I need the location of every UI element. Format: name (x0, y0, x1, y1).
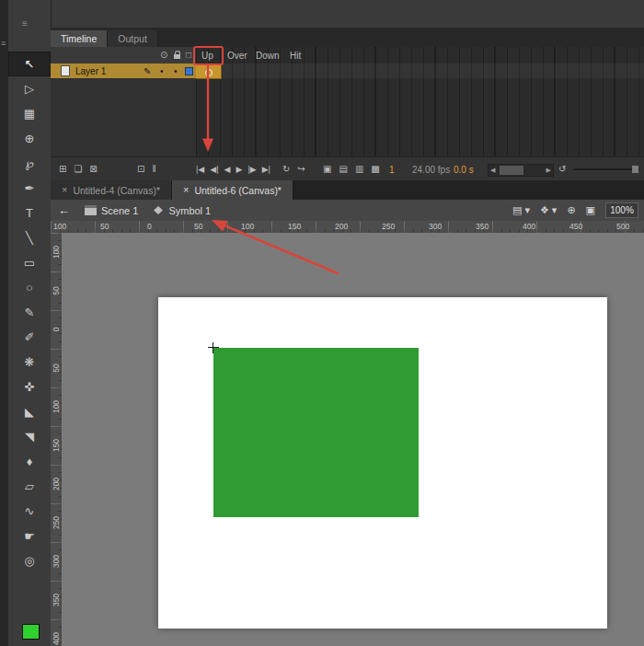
lock-column-icon[interactable] (174, 54, 180, 59)
document-tab-label: Untitled-6 (Canvas)* (194, 185, 282, 196)
green-rectangle-shape[interactable] (213, 348, 419, 517)
line-tool[interactable]: ╲ (8, 225, 51, 250)
frame-label-down[interactable]: Down (256, 51, 280, 61)
step-back-button[interactable]: ◀| (207, 157, 221, 181)
tool-icon: ▷ (25, 82, 34, 96)
pen-tool[interactable]: ✒ (8, 176, 51, 201)
fill-color-swatch[interactable] (22, 624, 40, 640)
back-arrow-icon[interactable]: ← (58, 203, 70, 217)
marker-range-button[interactable]: ↪ (293, 157, 308, 181)
tools-panel-menu-icon[interactable]: ≡ (22, 18, 28, 29)
clip-content-button[interactable]: ▣ (586, 204, 595, 216)
pencil-tool[interactable]: ✎ (8, 300, 51, 325)
breadcrumb-scene[interactable]: Scene 1 (85, 205, 138, 216)
tab-output[interactable]: Output (108, 30, 158, 47)
zoom-tool[interactable]: ◎ (8, 548, 51, 573)
lasso-tool[interactable]: ℘ (8, 151, 51, 176)
breadcrumb-symbol[interactable]: Symbol 1 (153, 205, 211, 216)
scrollbar-thumb[interactable] (500, 166, 523, 175)
frame-label-hit[interactable]: Hit (290, 51, 301, 61)
tab-timeline[interactable]: Timeline (51, 30, 108, 47)
eraser-tool[interactable]: ▱ (8, 474, 51, 499)
bone-tool[interactable]: ✜ (8, 375, 51, 399)
delete-layer-button[interactable]: ⊠ (86, 157, 100, 181)
tab-close-icon[interactable]: × (62, 185, 67, 195)
stage[interactable] (158, 297, 607, 629)
reset-timeline-zoom-icon[interactable]: ↺ (555, 157, 569, 181)
document-tab[interactable]: × Untitled-6 (Canvas)* (172, 180, 293, 200)
tool-icon: ∿ (25, 504, 35, 518)
layer-page-icon (61, 65, 70, 76)
play-reverse-button[interactable]: ◀ (222, 157, 234, 181)
tool-icon: ◣ (25, 405, 34, 419)
step-forward-button[interactable]: |▶ (245, 157, 259, 181)
up-frame-cell[interactable] (196, 63, 222, 79)
eyedropper-tool[interactable]: ♦ (8, 449, 51, 474)
tool-icon: ◎ (24, 554, 34, 568)
3d-rotation-tool[interactable]: ⊕ (8, 126, 51, 151)
ruler-label: 0 (51, 310, 62, 349)
ruler-label: 100 (51, 233, 62, 271)
center-frame-button[interactable]: ⊡ (133, 157, 148, 181)
tool-icon: ❋ (25, 355, 35, 369)
scroll-right-icon[interactable]: ▶ (545, 165, 553, 176)
tool-icon: ↖ (25, 57, 35, 71)
selection-tool[interactable]: ↖ (8, 52, 51, 76)
edit-multiple-frames-button[interactable]: ▥ (351, 157, 367, 181)
ruler-label: 300 (51, 542, 62, 581)
new-folder-button[interactable]: ❏ (70, 157, 86, 181)
onion-skin-controls: ▣▤▥▩ (319, 157, 384, 181)
document-tab[interactable]: × Untitled-4 (Canvas)* (51, 180, 172, 200)
frame-label-up[interactable]: Up (201, 51, 213, 61)
outline-column-icon[interactable]: □ (186, 50, 191, 60)
ink-bottle-tool[interactable]: ◥ (8, 424, 51, 449)
text-tool[interactable]: T (8, 201, 51, 225)
free-transform-tool[interactable]: ▦ (8, 101, 51, 126)
deco-tool[interactable]: ❋ (8, 350, 51, 375)
tool-icon: ▱ (25, 479, 34, 493)
play-button[interactable]: ▶ (233, 157, 245, 181)
pause-button[interactable]: ‖ (148, 157, 159, 181)
timeline-header-row: ⊙ □ (51, 47, 196, 64)
timeline-tabstrip: Timeline Output (51, 28, 644, 47)
tool-list: ↖ ▷ ▦ ⊕ ℘ ✒ T (8, 52, 51, 573)
go-to-last-frame-button[interactable]: ▶| (259, 157, 273, 181)
scene-clapper-icon (85, 205, 97, 215)
brush-tool[interactable]: ✐ (8, 325, 51, 350)
zoom-slider-thumb[interactable] (632, 166, 638, 173)
go-to-first-frame-button[interactable]: |◀ (193, 157, 207, 181)
subselection-tool[interactable]: ▷ (8, 76, 51, 101)
edit-scene-button[interactable]: ▤ ▾ (512, 204, 530, 216)
ruler-label: 50 (51, 349, 62, 387)
modify-markers-button[interactable]: ▩ (367, 157, 383, 181)
frame-label-over[interactable]: Over (227, 51, 247, 61)
width-tool[interactable]: ∿ (8, 499, 51, 524)
layer-lock-dot[interactable]: • (174, 66, 178, 76)
hand-tool[interactable]: ☛ (8, 524, 51, 548)
onion-skin-outlines-button[interactable]: ▤ (335, 157, 351, 181)
new-layer-button[interactable]: ⊞ (55, 157, 70, 181)
layer-outline-color-swatch[interactable] (185, 67, 193, 75)
onion-skin-button[interactable]: ▣ (319, 157, 335, 181)
tool-icon: ♦ (27, 455, 33, 468)
pasteboard[interactable] (62, 233, 644, 646)
edit-bar: ← Scene 1 Symbol 1 ▤ ▾❖ ▾⊕▣ 100% (51, 200, 644, 222)
stage-zoom-control[interactable]: 100% (605, 202, 638, 218)
layer-row[interactable]: Layer 1 ✎ • • (51, 63, 196, 78)
rectangle-tool[interactable]: ▭ (8, 250, 51, 275)
loop-playback-button[interactable]: ↻ (279, 157, 293, 181)
center-stage-button[interactable]: ⊕ (567, 204, 575, 216)
layer-visibility-dot[interactable]: • (160, 66, 164, 76)
scroll-left-icon[interactable]: ◀ (489, 165, 497, 176)
tab-close-icon[interactable]: × (183, 185, 189, 195)
oval-tool[interactable]: ○ (8, 275, 51, 300)
frame-rate-value[interactable]: 24.00 fps (412, 157, 450, 181)
current-frame-number: 1 (389, 157, 395, 181)
edit-symbols-button[interactable]: ❖ ▾ (540, 204, 557, 216)
panel-menu-icon[interactable]: ≡ (1, 40, 6, 47)
empty-keyframe-icon (205, 69, 213, 76)
timeline-zoom-slider[interactable] (573, 168, 639, 170)
timeline-scrollbar[interactable]: ◀ ▶ (488, 164, 554, 177)
show-hide-column-icon[interactable]: ⊙ (160, 50, 167, 60)
paint-bucket-tool[interactable]: ◣ (8, 399, 51, 424)
